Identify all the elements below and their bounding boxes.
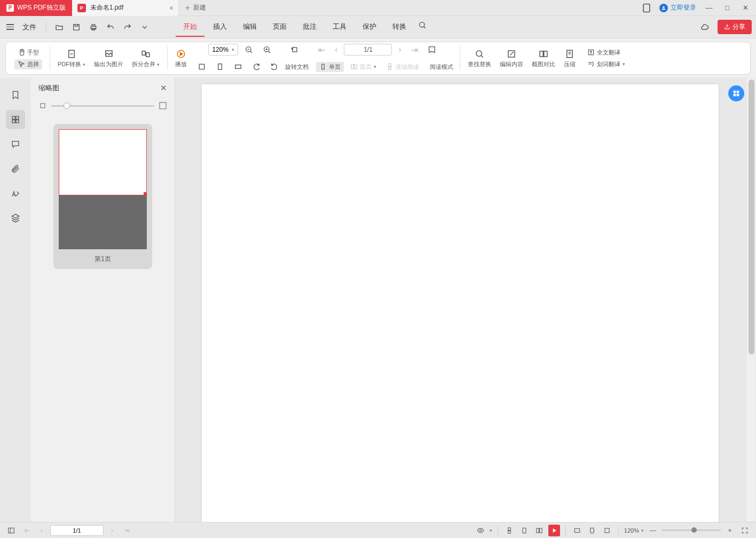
document-tab[interactable]: P 未命名1.pdf <box>72 0 179 16</box>
zoom-out-icon[interactable] <box>241 42 256 57</box>
tab-tools[interactable]: 工具 <box>325 18 354 37</box>
login-button[interactable]: 立即登录 <box>659 3 696 12</box>
floating-assist-button[interactable] <box>728 85 744 101</box>
close-button[interactable]: ✕ <box>740 3 751 13</box>
dropdown-icon[interactable] <box>137 20 152 35</box>
sb-single-icon[interactable] <box>518 525 530 536</box>
rotate-left2-icon[interactable] <box>267 59 282 74</box>
thumbnail-card[interactable]: 第1页 <box>53 124 152 269</box>
find-replace-button[interactable]: 查找替换 <box>463 42 495 74</box>
thumbnail-size-slider[interactable] <box>31 98 175 113</box>
sb-actual-icon[interactable] <box>601 525 613 536</box>
page-input[interactable] <box>344 44 392 56</box>
sb-next-page-icon[interactable]: › <box>108 527 116 534</box>
device-icon[interactable] <box>641 3 652 13</box>
zoom-in-icon[interactable] <box>259 42 274 57</box>
sb-fit-width-icon[interactable] <box>571 525 583 536</box>
vertical-scrollbar[interactable] <box>747 78 755 521</box>
attachments-icon[interactable] <box>6 159 25 178</box>
print-icon[interactable] <box>86 20 101 35</box>
edit-content-button[interactable]: 编辑内容 <box>495 42 527 74</box>
panel-close-icon[interactable]: ✕ <box>160 83 167 93</box>
single-page-button[interactable]: 单页 <box>316 62 344 72</box>
sb-zoom-in-icon[interactable]: + <box>724 525 736 536</box>
tab-annotate[interactable]: 批注 <box>295 18 324 37</box>
panel-title: 缩略图 <box>38 83 59 93</box>
scrollbar-thumb[interactable] <box>749 80 754 354</box>
double-page-button[interactable]: 双页▾ <box>347 62 380 72</box>
eye-icon[interactable] <box>475 525 486 536</box>
sb-double-icon[interactable] <box>533 525 545 536</box>
canvas[interactable] <box>175 78 756 522</box>
continuous-button[interactable]: 连续阅读 <box>383 62 422 72</box>
sb-first-page-icon[interactable]: ⇤ <box>21 527 33 534</box>
tab-edit[interactable]: 编辑 <box>235 18 264 37</box>
book-icon[interactable] <box>424 42 439 57</box>
redo-icon[interactable] <box>120 20 135 35</box>
sb-slideshow-icon[interactable] <box>548 525 560 536</box>
sb-page-input[interactable] <box>50 525 104 536</box>
tab-page[interactable]: 页面 <box>265 18 294 37</box>
file-menu[interactable]: 文件 <box>18 20 41 34</box>
sb-zoom-out-icon[interactable]: — <box>647 525 659 536</box>
page-view[interactable] <box>202 84 719 522</box>
next-page-icon[interactable]: › <box>395 45 404 54</box>
search-icon[interactable] <box>415 18 430 33</box>
sb-prev-page-icon[interactable]: ‹ <box>37 527 46 534</box>
sb-continuous-icon[interactable] <box>503 525 515 536</box>
svg-rect-2 <box>74 24 80 30</box>
full-translate-button[interactable]: 全文翻译 <box>584 48 628 58</box>
thumbnail-page[interactable] <box>59 129 147 249</box>
signature-icon[interactable] <box>6 184 25 203</box>
selection-translate-button[interactable]: 划词翻译▾ <box>584 59 628 69</box>
new-tab-button[interactable]: + 新建 <box>179 3 212 13</box>
layers-icon[interactable] <box>6 208 25 227</box>
fit-page-icon[interactable] <box>212 59 227 74</box>
open-icon[interactable] <box>52 20 67 35</box>
compress-button[interactable]: 压缩 <box>560 42 580 74</box>
minimize-button[interactable]: — <box>704 3 714 13</box>
read-mode-label[interactable]: 阅读模式 <box>430 63 453 71</box>
toggle-panel-icon[interactable] <box>5 525 17 536</box>
export-image-button[interactable]: 输出为图片 <box>90 42 128 74</box>
comments-icon[interactable] <box>6 134 25 154</box>
fit-width-icon[interactable] <box>194 59 209 74</box>
sb-last-page-icon[interactable]: ⇥ <box>121 527 132 534</box>
slider-track[interactable] <box>51 105 154 107</box>
sb-zoom-label[interactable]: 120%▾ <box>624 527 644 534</box>
svg-rect-18 <box>322 64 325 69</box>
thumbnail-label: 第1页 <box>59 249 147 264</box>
save-icon[interactable] <box>69 20 84 35</box>
rotate-right-icon[interactable] <box>249 59 264 74</box>
share-label: 分享 <box>733 22 745 31</box>
svg-rect-21 <box>389 64 391 66</box>
rotate-left-icon[interactable] <box>287 42 302 57</box>
actual-size-icon[interactable] <box>231 59 246 74</box>
screenshot-compare-button[interactable]: 截图对比 <box>527 42 560 74</box>
select-tool[interactable]: 选择 <box>14 59 42 69</box>
tab-start[interactable]: 开始 <box>176 18 204 37</box>
prev-page-icon[interactable]: ‹ <box>332 45 341 54</box>
play-button[interactable]: 播放 <box>171 42 191 74</box>
undo-icon[interactable] <box>103 20 118 35</box>
sb-fullscreen-icon[interactable] <box>739 525 751 536</box>
tab-protect[interactable]: 保护 <box>355 18 384 37</box>
sb-zoom-thumb[interactable] <box>691 527 697 533</box>
pdf-convert-button[interactable]: PDF转换 ▾ <box>53 42 90 74</box>
first-page-icon[interactable]: ⇤ <box>315 45 328 55</box>
sb-zoom-slider[interactable] <box>662 529 721 531</box>
tab-insert[interactable]: 插入 <box>206 18 234 37</box>
menu-icon[interactable] <box>4 22 16 32</box>
thumbnails-icon[interactable] <box>6 110 25 129</box>
share-button[interactable]: 分享 <box>718 20 752 34</box>
sb-fit-page-icon[interactable] <box>586 525 598 536</box>
hand-tool[interactable]: 手型 <box>14 48 42 58</box>
maximize-button[interactable]: □ <box>722 3 733 13</box>
zoom-select[interactable]: 120%▾ <box>208 44 238 56</box>
split-merge-button[interactable]: 拆分合并 ▾ <box>128 42 164 74</box>
bookmarks-icon[interactable] <box>6 85 25 105</box>
tab-convert[interactable]: 转换 <box>385 18 414 37</box>
last-page-icon[interactable]: ⇥ <box>408 45 421 55</box>
cloud-icon[interactable] <box>697 20 712 35</box>
slider-thumb[interactable] <box>64 102 70 109</box>
